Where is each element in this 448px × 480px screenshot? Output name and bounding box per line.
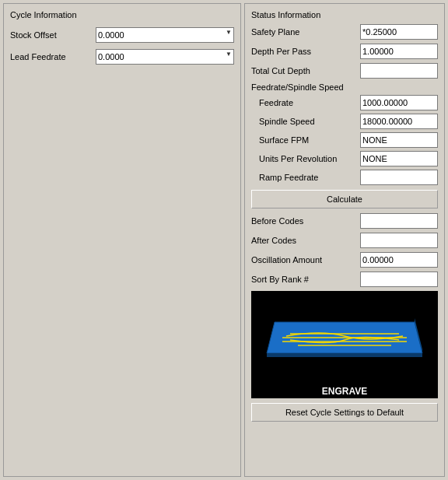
units-per-revolution-input[interactable]	[360, 151, 438, 166]
calculate-button[interactable]: Calculate	[251, 190, 438, 208]
stock-offset-select-wrapper: 0.0000	[96, 27, 234, 43]
total-cut-depth-label: Total Cut Depth	[251, 66, 360, 75]
depth-per-pass-input[interactable]	[360, 44, 438, 59]
feedrate-label: Feedrate	[259, 98, 360, 107]
main-container: Cycle Information Stock Offset 0.0000 Le…	[0, 0, 448, 480]
surface-fpm-label: Surface FPM	[259, 135, 360, 145]
spindle-speed-row: Spindle Speed	[251, 114, 438, 129]
before-codes-input[interactable]	[360, 213, 438, 229]
sort-by-rank-row: Sort By Rank #	[251, 272, 438, 287]
ramp-feedrate-row: Ramp Feedrate	[251, 170, 438, 185]
total-cut-depth-input[interactable]	[360, 63, 438, 79]
feedrate-spindle-title: Feedrate/Spindle Speed	[251, 82, 438, 92]
feedrate-input[interactable]	[360, 95, 438, 110]
stock-offset-label: Stock Offset	[10, 30, 96, 40]
before-codes-row: Before Codes	[251, 213, 438, 229]
lead-feedrate-label: Lead Feedrate	[10, 52, 96, 61]
oscillation-amount-row: Oscillation Amount	[251, 252, 438, 268]
units-per-revolution-label: Units Per Revolution	[259, 154, 360, 163]
spindle-speed-label: Spindle Speed	[259, 117, 360, 126]
after-codes-row: After Codes	[251, 233, 438, 248]
oscillation-amount-input[interactable]	[360, 252, 438, 268]
ramp-feedrate-input[interactable]	[360, 170, 438, 185]
svg-marker-1	[267, 353, 422, 357]
depth-per-pass-row: Depth Per Pass	[251, 44, 438, 59]
left-panel-title: Cycle Information	[10, 10, 234, 19]
left-panel: Cycle Information Stock Offset 0.0000 Le…	[3, 3, 241, 477]
safety-plane-input[interactable]	[360, 24, 438, 40]
spindle-speed-input[interactable]	[360, 114, 438, 129]
lead-feedrate-row: Lead Feedrate 0.0000	[10, 49, 234, 65]
thumbnail-label: ENGRAVE	[251, 384, 438, 398]
ramp-feedrate-label: Ramp Feedrate	[259, 173, 360, 182]
sort-by-rank-input[interactable]	[360, 272, 438, 287]
thumbnail-container: ENGRAVE	[251, 291, 438, 398]
safety-plane-label: Safety Plane	[251, 27, 360, 37]
total-cut-depth-row: Total Cut Depth	[251, 63, 438, 79]
sort-by-rank-label: Sort By Rank #	[251, 275, 360, 284]
after-codes-label: After Codes	[251, 236, 360, 245]
right-panel: Status Information Safety Plane Depth Pe…	[244, 3, 445, 477]
feedrate-row: Feedrate	[251, 95, 438, 110]
surface-fpm-input[interactable]	[360, 132, 438, 148]
reset-button[interactable]: Reset Cycle Settings to Default	[251, 403, 438, 422]
units-per-revolution-row: Units Per Revolution	[251, 151, 438, 166]
oscillation-amount-label: Oscillation Amount	[251, 255, 360, 265]
depth-per-pass-label: Depth Per Pass	[251, 47, 360, 56]
lead-feedrate-select-wrapper: 0.0000	[96, 49, 234, 65]
surface-fpm-row: Surface FPM	[251, 132, 438, 148]
stock-offset-select[interactable]: 0.0000	[96, 27, 234, 43]
right-panel-title: Status Information	[251, 10, 438, 19]
stock-offset-row: Stock Offset 0.0000	[10, 27, 234, 43]
thumbnail-image	[251, 291, 438, 384]
safety-plane-row: Safety Plane	[251, 24, 438, 40]
before-codes-label: Before Codes	[251, 216, 360, 226]
lead-feedrate-select[interactable]: 0.0000	[96, 49, 234, 65]
after-codes-input[interactable]	[360, 233, 438, 248]
